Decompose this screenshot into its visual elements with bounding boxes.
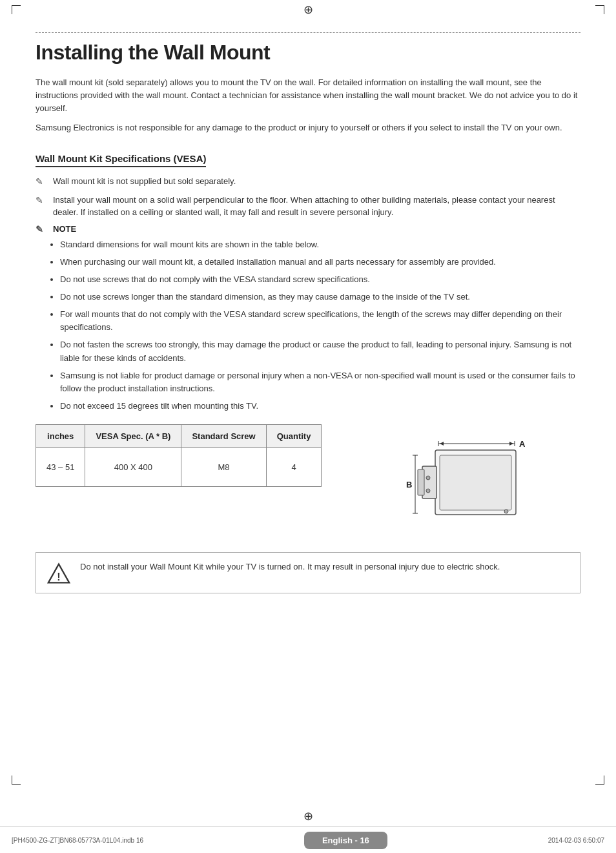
- table-row: 43 – 51 400 X 400 M8 4: [36, 448, 322, 487]
- corner-mark-tl: [12, 5, 21, 14]
- footer-row: [0, 801, 616, 808]
- top-bar: ⊕: [0, 0, 616, 19]
- bullet-item-5: For wall mounts that do not comply with …: [60, 308, 580, 334]
- svg-text:B: B: [406, 480, 412, 489]
- pencil-icon-1: ✎: [36, 175, 50, 189]
- footer-right-text: 2014-02-03 ￼6:50:07: [548, 837, 604, 844]
- bullet-item-1: Standard dimensions for wall mount kits …: [60, 238, 580, 251]
- footer-page-badge: English - 16: [304, 832, 387, 849]
- page-wrapper: ⊕ Installing the Wall Mount The wall mou…: [0, 0, 616, 853]
- svg-rect-1: [440, 455, 511, 510]
- cell-qty: 4: [266, 448, 322, 487]
- corner-mark-bl: [12, 776, 21, 785]
- table-section: inches VESA Spec. (A * B) Standard Screw…: [36, 424, 580, 540]
- cell-vesa: 400 X 400: [85, 448, 181, 487]
- bullet-item-3: Do not use screws that do not comply wit…: [60, 273, 580, 286]
- note-label: ✎ NOTE: [36, 224, 580, 234]
- note-text-2: Install your wall mount on a solid wall …: [53, 194, 580, 219]
- spec-table: inches VESA Spec. (A * B) Standard Screw…: [36, 424, 322, 487]
- dashed-divider: [36, 32, 580, 33]
- bottom-reg-wrap: ⊕: [0, 809, 616, 823]
- pencil-icon-2: ✎: [36, 194, 50, 207]
- svg-marker-15: [440, 442, 444, 446]
- bullet-list: Standard dimensions for wall mount kits …: [60, 238, 580, 413]
- col-header-screw: Standard Screw: [181, 425, 266, 448]
- corner-mark-br: [595, 776, 604, 785]
- pencil-icon-note: ✎: [36, 224, 50, 234]
- bullet-item-7: Samsung is not liable for product damage…: [60, 369, 580, 395]
- top-reg-mark: ⊕: [303, 3, 313, 17]
- cell-screw: M8: [181, 448, 266, 487]
- page-title: Installing the Wall Mount: [36, 41, 580, 65]
- col-header-inches: inches: [36, 425, 85, 448]
- bottom-footer: [PH4500-ZG-ZT]BN68-05773A-01L04.indb 16 …: [0, 826, 616, 853]
- footer-center-wrap: English - 16: [143, 832, 548, 849]
- wall-mount-diagram: A B: [387, 431, 529, 534]
- caution-triangle-icon: !: [47, 562, 70, 585]
- col-header-qty: Quantity: [266, 425, 322, 448]
- note-label-text: NOTE: [53, 224, 76, 234]
- intro-para1: The wall mount kit (sold separately) all…: [36, 76, 580, 115]
- svg-marker-16: [509, 442, 513, 446]
- note-text-1: Wall mount kit is not supplied but sold …: [53, 175, 580, 188]
- warning-box: ! Do not install your Wall Mount Kit whi…: [36, 552, 580, 593]
- bullet-item-8: Do not exceed 15 degrees tilt when mount…: [60, 400, 580, 413]
- warning-text: Do not install your Wall Mount Kit while…: [80, 560, 500, 573]
- bottom-reg-mark: ⊕: [303, 809, 313, 823]
- warning-icon: !: [46, 560, 71, 585]
- main-content: Installing the Wall Mount The wall mount…: [0, 19, 616, 704]
- corner-mark-tr: [595, 5, 604, 14]
- bullet-item-6: Do not fasten the screws too strongly, t…: [60, 338, 580, 364]
- cell-inches: 43 – 51: [36, 448, 85, 487]
- bullet-item-4: Do not use screws longer than the standa…: [60, 291, 580, 303]
- svg-point-5: [426, 489, 430, 493]
- intro-para2: Samsung Electronics is not responsible f…: [36, 121, 580, 134]
- spacer: [0, 704, 616, 801]
- svg-point-4: [426, 476, 430, 480]
- section-heading: Wall Mount Kit Specifications (VESA): [36, 153, 206, 167]
- svg-point-6: [504, 509, 508, 513]
- note-item-1: ✎ Wall mount kit is not supplied but sol…: [36, 175, 580, 189]
- footer-left-text: [PH4500-ZG-ZT]BN68-05773A-01L04.indb 16: [12, 837, 143, 844]
- svg-rect-3: [418, 469, 424, 495]
- svg-text:A: A: [519, 439, 526, 449]
- diagram-area: A B: [334, 424, 580, 540]
- bullet-item-2: When purchasing our wall mount kit, a de…: [60, 256, 580, 269]
- note-item-2: ✎ Install your wall mount on a solid wal…: [36, 194, 580, 219]
- svg-text:!: !: [57, 571, 60, 582]
- col-header-vesa: VESA Spec. (A * B): [85, 425, 181, 448]
